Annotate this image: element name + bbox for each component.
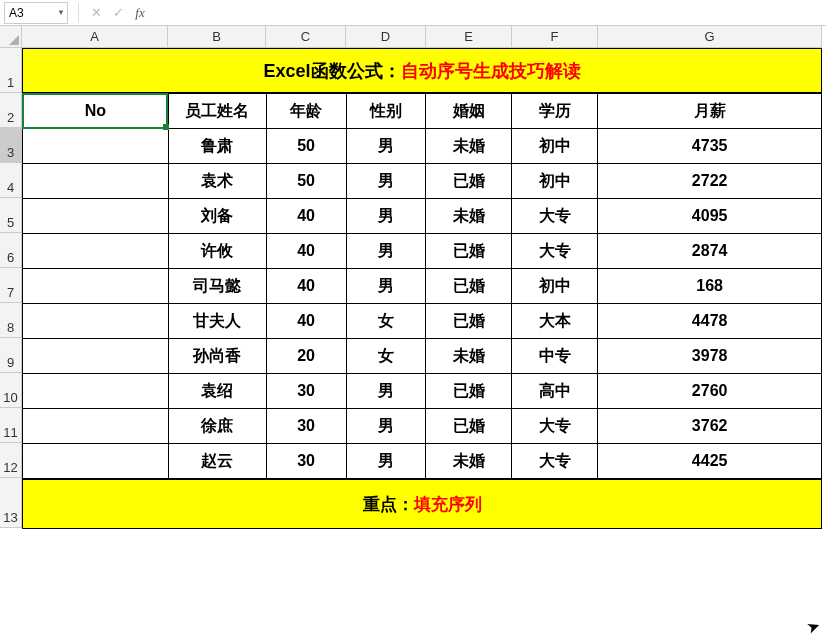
cell-gender[interactable]: 女	[346, 304, 426, 339]
cell-gender[interactable]: 男	[346, 234, 426, 269]
row-header-5[interactable]: 5	[0, 198, 22, 233]
fx-icon[interactable]: fx	[129, 2, 151, 24]
cell-gender[interactable]: 男	[346, 199, 426, 234]
cell-no[interactable]	[23, 199, 169, 234]
cell-salary[interactable]: 4425	[598, 444, 822, 479]
cell-name[interactable]: 徐庶	[168, 409, 266, 444]
cell-edu[interactable]: 大专	[512, 409, 598, 444]
col-header-D[interactable]: D	[346, 26, 426, 48]
cell-no[interactable]	[23, 269, 169, 304]
cell-edu[interactable]: 高中	[512, 374, 598, 409]
cell-gender[interactable]: 男	[346, 129, 426, 164]
cell-marriage[interactable]: 已婚	[426, 234, 512, 269]
cell-edu[interactable]: 大专	[512, 234, 598, 269]
row-header-4[interactable]: 4	[0, 163, 22, 198]
cell-name[interactable]: 赵云	[168, 444, 266, 479]
cell-no[interactable]	[23, 444, 169, 479]
title-row[interactable]: Excel函数公式： 自动序号生成技巧解读	[22, 48, 822, 93]
col-header-C[interactable]: C	[266, 26, 346, 48]
cell-marriage[interactable]: 已婚	[426, 374, 512, 409]
row-header-10[interactable]: 10	[0, 373, 22, 408]
row-header-3[interactable]: 3	[0, 128, 22, 163]
cell-gender[interactable]: 男	[346, 444, 426, 479]
cell-name[interactable]: 刘备	[168, 199, 266, 234]
cell-name[interactable]: 孙尚香	[168, 339, 266, 374]
cell-age[interactable]: 20	[266, 339, 346, 374]
cell-no[interactable]	[23, 409, 169, 444]
row-header-7[interactable]: 7	[0, 268, 22, 303]
cell-age[interactable]: 30	[266, 444, 346, 479]
formula-input[interactable]	[151, 2, 826, 24]
cell-name[interactable]: 鲁肃	[168, 129, 266, 164]
cell-edu[interactable]: 初中	[512, 164, 598, 199]
select-all-corner[interactable]	[0, 26, 22, 48]
cell-marriage[interactable]: 已婚	[426, 269, 512, 304]
cell-edu[interactable]: 中专	[512, 339, 598, 374]
cell-marriage[interactable]: 已婚	[426, 409, 512, 444]
cell-salary[interactable]: 2722	[598, 164, 822, 199]
cell-edu[interactable]: 大本	[512, 304, 598, 339]
cell-edu[interactable]: 初中	[512, 269, 598, 304]
cell-gender[interactable]: 男	[346, 164, 426, 199]
hdr-age[interactable]: 年龄	[266, 94, 346, 129]
hdr-gender[interactable]: 性别	[346, 94, 426, 129]
cell-edu[interactable]: 初中	[512, 129, 598, 164]
name-box[interactable]: A3 ▼	[4, 2, 68, 24]
cell-edu[interactable]: 大专	[512, 444, 598, 479]
cell-age[interactable]: 40	[266, 199, 346, 234]
cell-salary[interactable]: 2760	[598, 374, 822, 409]
col-header-G[interactable]: G	[598, 26, 822, 48]
cell-age[interactable]: 30	[266, 374, 346, 409]
cell-salary[interactable]: 2874	[598, 234, 822, 269]
hdr-name[interactable]: 员工姓名	[168, 94, 266, 129]
cell-marriage[interactable]: 已婚	[426, 164, 512, 199]
cell-gender[interactable]: 女	[346, 339, 426, 374]
cell-name[interactable]: 许攸	[168, 234, 266, 269]
cell-no[interactable]	[23, 339, 169, 374]
cell-gender[interactable]: 男	[346, 409, 426, 444]
hdr-no[interactable]: No	[23, 94, 169, 129]
row-header-13[interactable]: 13	[0, 478, 22, 528]
hdr-salary[interactable]: 月薪	[598, 94, 822, 129]
cell-edu[interactable]: 大专	[512, 199, 598, 234]
cell-salary[interactable]: 168	[598, 269, 822, 304]
cell-age[interactable]: 50	[266, 164, 346, 199]
cell-marriage[interactable]: 未婚	[426, 444, 512, 479]
col-header-A[interactable]: A	[22, 26, 168, 48]
cell-salary[interactable]: 4735	[598, 129, 822, 164]
footer-row[interactable]: 重点： 填充序列	[22, 479, 822, 529]
cell-no[interactable]	[23, 234, 169, 269]
cell-marriage[interactable]: 未婚	[426, 339, 512, 374]
cell-age[interactable]: 30	[266, 409, 346, 444]
row-header-2[interactable]: 2	[0, 93, 22, 128]
cell-age[interactable]: 40	[266, 234, 346, 269]
col-header-E[interactable]: E	[426, 26, 512, 48]
cell-salary[interactable]: 3978	[598, 339, 822, 374]
col-header-B[interactable]: B	[168, 26, 266, 48]
confirm-icon[interactable]: ✓	[107, 2, 129, 24]
cell-no[interactable]	[23, 129, 169, 164]
row-header-6[interactable]: 6	[0, 233, 22, 268]
cell-age[interactable]: 40	[266, 304, 346, 339]
row-header-12[interactable]: 12	[0, 443, 22, 478]
cell-marriage[interactable]: 已婚	[426, 304, 512, 339]
cell-name[interactable]: 袁术	[168, 164, 266, 199]
row-header-9[interactable]: 9	[0, 338, 22, 373]
cell-age[interactable]: 50	[266, 129, 346, 164]
hdr-marriage[interactable]: 婚姻	[426, 94, 512, 129]
cell-name[interactable]: 甘夫人	[168, 304, 266, 339]
cell-salary[interactable]: 4095	[598, 199, 822, 234]
cancel-icon[interactable]: ✕	[85, 2, 107, 24]
col-header-F[interactable]: F	[512, 26, 598, 48]
cell-gender[interactable]: 男	[346, 269, 426, 304]
cell-name[interactable]: 袁绍	[168, 374, 266, 409]
cell-age[interactable]: 40	[266, 269, 346, 304]
row-header-8[interactable]: 8	[0, 303, 22, 338]
chevron-down-icon[interactable]: ▼	[57, 8, 65, 17]
cell-salary[interactable]: 4478	[598, 304, 822, 339]
cell-no[interactable]	[23, 374, 169, 409]
cell-name[interactable]: 司马懿	[168, 269, 266, 304]
cell-marriage[interactable]: 未婚	[426, 129, 512, 164]
row-header-1[interactable]: 1	[0, 48, 22, 93]
hdr-edu[interactable]: 学历	[512, 94, 598, 129]
